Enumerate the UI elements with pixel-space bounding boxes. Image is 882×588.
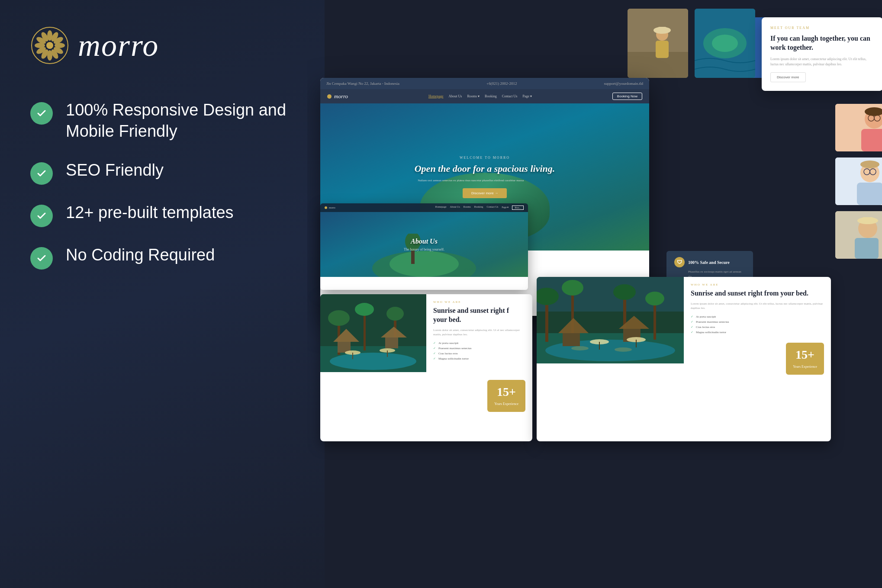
- mockup-topbar: Jln Cempaka Wangi No 22, Jakarta - Indon…: [320, 78, 649, 89]
- shield-icon: 🛡: [674, 257, 685, 267]
- svg-point-72: [645, 292, 664, 305]
- morro-logo-icon: [30, 26, 69, 65]
- mockup-nav-links: Homepage About Us Rooms ▾ Booking Contac…: [428, 94, 532, 98]
- left-panel: morro 100% Responsive Design and Mobile …: [0, 0, 325, 588]
- nav-link-contact[interactable]: Contact Us: [502, 94, 518, 98]
- years-experience-badge-right: 15+ Years Experience: [786, 343, 824, 375]
- team-label: MEET OUR TEAM: [770, 26, 874, 30]
- svg-rect-49: [364, 312, 366, 350]
- years-label-left: Years Experience: [494, 402, 518, 406]
- nav-brand-name: morro: [334, 93, 348, 100]
- who-we-are-title-right: Sunrise and sunset right from your bed.: [691, 289, 824, 298]
- nav-link-about[interactable]: About Us: [449, 94, 462, 98]
- about-hero-title: About Us: [404, 238, 444, 245]
- nav-link-booking[interactable]: Booking: [485, 94, 497, 98]
- features-list: 100% Responsive Design and Mobile Friend…: [30, 100, 294, 270]
- team-desc: Lorem ipsum dolor sit amet, consectetur …: [770, 57, 874, 67]
- about-hero-content: About Us The luxury of being yourself.: [404, 238, 444, 251]
- svg-rect-71: [653, 301, 656, 340]
- about-nav-links: Homepage About Us Rooms Booking Contact …: [435, 206, 524, 210]
- person-card-2: [835, 157, 882, 205]
- svg-point-74: [571, 346, 589, 350]
- svg-rect-81: [599, 342, 600, 350]
- nav-link-rooms[interactable]: Rooms ▾: [467, 94, 480, 98]
- nav-logo-dot: [327, 94, 332, 99]
- check-item-r-3: Cras lectus eros: [691, 325, 824, 329]
- nav-link-page[interactable]: Page ▾: [522, 94, 532, 98]
- feature-no-coding-text: No Coding Required: [66, 244, 215, 266]
- years-number-left: 15+: [494, 385, 518, 399]
- about-nav-contact[interactable]: Contact Us: [486, 206, 498, 210]
- svg-point-48: [328, 310, 350, 326]
- topbar-phone: +6(021) 2002-2012: [486, 81, 517, 86]
- about-nav-brand: morro: [329, 206, 335, 209]
- svg-point-70: [613, 284, 636, 300]
- bottom-left-mockup: WHO WE ARE Sunrise and sunset right fyou…: [320, 294, 532, 441]
- team-discover-button[interactable]: Discover more: [770, 72, 806, 82]
- right-preview-area: MEET OUR TEAM If you can laugh together,…: [307, 0, 882, 588]
- topbar-email: support@yourdomain.tld: [604, 81, 643, 86]
- check-item-r-4: Magna sollicitudin tortor: [691, 331, 824, 334]
- svg-rect-32: [857, 183, 882, 205]
- svg-point-22: [712, 35, 738, 52]
- about-nav-cta[interactable]: Boo...: [512, 206, 524, 210]
- svg-point-42: [389, 251, 459, 277]
- svg-point-68: [562, 280, 583, 296]
- check-item-1: At porta suscipit: [433, 341, 525, 345]
- who-we-are-desc-right: Lorem ipsum dolor sit amet, consectetur …: [691, 302, 824, 311]
- about-nav-logo-dot: [325, 206, 327, 209]
- svg-rect-19: [657, 27, 667, 32]
- check-item-2: Praesent maximus senectus: [433, 347, 525, 350]
- photos-area: [628, 9, 755, 78]
- mockup-nav: morro Homepage About Us Rooms ▾ Booking …: [320, 89, 649, 103]
- about-nav-about[interactable]: About Us: [450, 206, 460, 210]
- svg-rect-40: [861, 217, 874, 222]
- svg-rect-83: [636, 340, 637, 347]
- svg-rect-57: [385, 337, 398, 348]
- nav-link-homepage[interactable]: Homepage: [428, 94, 444, 98]
- svg-point-53: [330, 353, 416, 370]
- who-we-are-desc-left: Lorem dolor sit amet, consectetur adipis…: [433, 328, 525, 337]
- hero-description: Nullam orci aenean senectus ex platea ri…: [415, 179, 527, 182]
- check-item-r-2: Praesent maximus senectus: [691, 320, 824, 324]
- bottom-right-content: WHO WE ARE Sunrise and sunset right from…: [684, 277, 831, 381]
- years-number-right: 15+: [793, 348, 817, 362]
- person-card-1: [835, 104, 882, 151]
- about-nav-page[interactable]: Page ▾: [502, 206, 509, 210]
- years-experience-badge-left: 15+ Years Experience: [487, 380, 525, 412]
- check-item-r-1: At porta suscipit: [691, 315, 824, 318]
- brand-area: morro: [30, 26, 294, 65]
- svg-point-35: [860, 161, 879, 168]
- about-nav-homepage[interactable]: Homepage: [435, 206, 447, 210]
- nav-booking-button[interactable]: Booking Now: [612, 93, 642, 100]
- topbar-address: Jln Cempaka Wangi No 22, Jakarta - Indon…: [326, 81, 399, 86]
- features-checklist-left: At porta suscipit Praesent maximus senec…: [433, 341, 525, 360]
- safe-title-text: 100% Safe and Secure: [688, 260, 730, 265]
- person-cards: [835, 104, 882, 259]
- check-icon-responsive: [30, 102, 53, 125]
- about-nav-booking[interactable]: Booking: [474, 206, 483, 210]
- svg-rect-59: [352, 353, 353, 359]
- beach-photo: [628, 9, 688, 78]
- check-icon-no-coding: [30, 247, 53, 270]
- person-card-3: [835, 211, 882, 259]
- svg-point-50: [355, 303, 374, 316]
- aerial-ocean-photo: [695, 9, 755, 78]
- hero-text-area: WELCOME TO MORRO Open the door for a spa…: [415, 156, 555, 198]
- svg-point-1: [46, 42, 53, 49]
- years-wrapper-right: 15+ Years Experience: [691, 338, 824, 375]
- about-us-mockup: morro Homepage About Us Rooms Booking Co…: [320, 203, 528, 290]
- hero-welcome-text: WELCOME TO MORRO: [415, 156, 555, 160]
- bottom-left-content-row: WHO WE ARE Sunrise and sunset right fyou…: [320, 294, 532, 372]
- hero-cta-button[interactable]: Discover more →: [463, 188, 507, 198]
- feature-responsive-text: 100% Responsive Design and Mobile Friend…: [66, 100, 294, 142]
- svg-rect-25: [861, 129, 882, 151]
- mockup-nav-logo: morro: [327, 93, 348, 100]
- check-icon-templates: [30, 205, 53, 227]
- svg-point-52: [386, 307, 404, 321]
- feature-templates-text: 12+ pre-built templates: [66, 202, 234, 223]
- who-we-are-title-left: Sunrise and sunset right fyour bed.: [433, 306, 525, 325]
- feature-seo-text: SEO Friendly: [66, 160, 164, 181]
- who-we-are-label-left: WHO WE ARE: [433, 300, 525, 304]
- about-nav-rooms[interactable]: Rooms: [464, 206, 471, 210]
